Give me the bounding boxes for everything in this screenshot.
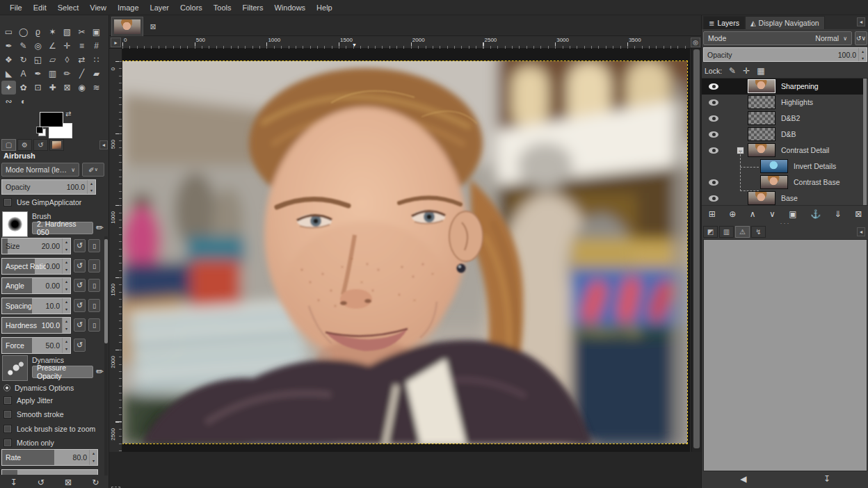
zoom-tool-icon[interactable]: ◎ xyxy=(31,39,45,53)
move-tool-icon[interactable]: ✛ xyxy=(60,39,74,53)
angle-link-to-brush-button[interactable]: ▯ xyxy=(88,279,100,292)
opacity-slider[interactable]: Opacity100.0▴▾ xyxy=(1,179,96,195)
paintbrush-tool-icon[interactable]: ╱ xyxy=(74,67,89,81)
reset-tool-options[interactable]: ↻ xyxy=(88,478,102,487)
hardness-reset-button[interactable]: ↺ xyxy=(74,318,86,332)
tab-display-navigation[interactable]: ◭Display Navigation xyxy=(745,16,825,29)
angle-spin-buttons[interactable]: ▴▾ xyxy=(62,278,70,293)
menu-select[interactable]: Select xyxy=(52,0,85,15)
raise-layer-button[interactable]: ∧ xyxy=(750,209,756,219)
menu-colors[interactable]: Colors xyxy=(175,0,208,15)
layer-row-d-b[interactable]: D&B xyxy=(702,127,863,143)
save-tool-preset[interactable]: ↧ xyxy=(7,478,21,487)
menu-windows[interactable]: Windows xyxy=(268,0,311,15)
layer-row-d-b2[interactable]: D&B2 xyxy=(702,111,863,127)
force-spin-buttons[interactable]: ▴▾ xyxy=(62,338,70,353)
dock-menu-arrow-icon[interactable]: ◂ xyxy=(857,227,865,236)
clear-errors-button[interactable]: ◀ xyxy=(740,474,746,484)
flow-slider-partial[interactable] xyxy=(1,469,98,475)
menu-edit[interactable]: Edit xyxy=(28,0,52,15)
apply-jitter-checkbox[interactable] xyxy=(3,396,12,405)
layer-opacity-spin-buttons[interactable]: ▴▾ xyxy=(858,48,867,61)
size-slider[interactable]: Size20.00▴▾ xyxy=(1,238,71,254)
foreground-select-tool-icon[interactable]: ▣ xyxy=(89,25,104,39)
image-tab[interactable] xyxy=(111,17,143,36)
crop-tool-icon[interactable]: # xyxy=(89,39,104,53)
merge-down-button[interactable]: ⇓ xyxy=(835,209,842,219)
spacing-spin-buttons[interactable]: ▴▾ xyxy=(62,298,70,314)
visibility-eye-icon[interactable] xyxy=(709,147,718,154)
new-layer-button[interactable]: ⊞ xyxy=(709,209,716,219)
opacity-spin-buttons[interactable]: ▴▾ xyxy=(87,180,95,194)
color-picker-tool-icon[interactable]: ✎ xyxy=(16,39,31,53)
visibility-eye-icon[interactable] xyxy=(709,115,718,122)
lock-alpha-icon[interactable]: ▦ xyxy=(757,66,764,76)
menu-tools[interactable]: Tools xyxy=(208,0,237,15)
aspect-ratio-spin-buttons[interactable]: ▴▾ xyxy=(62,259,70,274)
free-select-tool-icon[interactable]: ϱ xyxy=(31,25,45,39)
perspective-tool-icon[interactable]: ◊ xyxy=(60,53,74,67)
aspect-ratio-reset-button[interactable]: ↺ xyxy=(74,259,86,273)
spacing-link-to-brush-button[interactable]: ▯ xyxy=(88,299,100,312)
bucket-fill-tool-icon[interactable]: ◣ xyxy=(1,67,16,81)
use-gimpapplicator-checkbox[interactable] xyxy=(3,198,12,206)
dynamics-name-button[interactable]: Pressure Opacity xyxy=(32,366,93,378)
layer-mode-select[interactable]: Mode Normal ∨ xyxy=(703,31,852,45)
new-group-button[interactable]: ⊕ xyxy=(729,209,736,219)
layer-row-sharpening[interactable]: Sharpening xyxy=(702,79,863,95)
swap-colors-icon[interactable]: ⇄ xyxy=(65,110,71,117)
aspect-ratio-slider[interactable]: Aspect Ratio0.00▴▾ xyxy=(1,258,71,275)
duplicate-layer-button[interactable]: ▣ xyxy=(789,209,796,219)
dynamics-options-expander[interactable] xyxy=(3,384,10,391)
tab-histogram[interactable]: ◩ xyxy=(703,226,718,238)
tab-pointer[interactable]: ↯ xyxy=(751,226,766,238)
size-spin-buttons[interactable]: ▴▾ xyxy=(62,238,70,254)
heal-tool-icon[interactable]: ✚ xyxy=(45,81,60,95)
mode-group-switch-button[interactable]: ↺∨ xyxy=(855,31,867,45)
warp-transform-tool-icon[interactable]: ≋ xyxy=(89,81,104,95)
perspective-clone-tool-icon[interactable]: ⊠ xyxy=(60,81,74,95)
layer-row-contrast-base[interactable]: Contrast Base xyxy=(702,174,863,190)
tab-layers[interactable]: ≣Layers xyxy=(703,16,745,29)
motion-only-checkbox[interactable] xyxy=(3,439,12,447)
zoom-follow-window-button[interactable]: ◎ xyxy=(691,38,700,47)
rectangle-select-tool-icon[interactable]: ▭ xyxy=(1,25,16,39)
tool-options-scrollbar[interactable] xyxy=(104,236,108,475)
brush-name-button[interactable]: 2. Hardness 050 xyxy=(32,222,93,234)
layer-list-scrollbar[interactable] xyxy=(863,79,867,205)
layer-row-contrast-detail[interactable]: −Contrast Detail xyxy=(702,143,863,158)
visibility-eye-icon[interactable] xyxy=(709,131,718,138)
dodge-burn-tool-icon[interactable]: ◐ xyxy=(16,95,31,108)
tab-tool-options[interactable]: ▢ xyxy=(1,139,16,151)
close-tab-icon[interactable]: ⊠ xyxy=(148,22,158,31)
visibility-eye-icon[interactable] xyxy=(709,83,718,90)
menu-filters[interactable]: Filters xyxy=(237,0,269,15)
size-reset-button[interactable]: ↺ xyxy=(74,239,86,252)
delete-tool-preset[interactable]: ⊠ xyxy=(61,478,75,487)
gradient-tool-icon[interactable]: ▥ xyxy=(45,67,60,81)
restore-tool-preset[interactable]: ↺ xyxy=(34,478,48,487)
foreground-color-swatch[interactable] xyxy=(40,112,63,127)
scissors-select-tool-icon[interactable]: ✂ xyxy=(74,25,89,39)
tab-channels[interactable]: ▥ xyxy=(719,226,734,238)
dock-splitter-handle[interactable]: ··· xyxy=(702,221,868,225)
blur-sharpen-tool-icon[interactable]: ◉ xyxy=(74,81,89,95)
ruler-corner-menu-button[interactable]: ▸ xyxy=(111,38,121,47)
angle-reset-button[interactable]: ↺ xyxy=(74,279,86,292)
text-tool-icon[interactable]: A xyxy=(16,67,31,81)
visibility-eye-icon[interactable] xyxy=(709,99,718,106)
clone-tool-icon[interactable]: ⊡ xyxy=(31,81,45,95)
ellipse-select-tool-icon[interactable]: ◯ xyxy=(16,25,31,39)
rotate-tool-icon[interactable]: ↻ xyxy=(16,53,31,67)
smooth-stroke-checkbox[interactable] xyxy=(3,410,12,418)
visibility-eye-icon[interactable] xyxy=(709,195,718,202)
menu-image[interactable]: Image xyxy=(112,0,145,15)
lock-position-icon[interactable]: ✛ xyxy=(743,66,750,76)
menu-file[interactable]: File xyxy=(4,0,28,15)
lock-pixels-icon[interactable]: ✎ xyxy=(729,66,736,76)
menu-help[interactable]: Help xyxy=(311,0,338,15)
brush-preview[interactable] xyxy=(2,211,28,237)
image-viewport[interactable]: engel xyxy=(122,49,690,452)
hardness-slider[interactable]: Hardness100.0▴▾ xyxy=(1,317,71,334)
align-tool-icon[interactable]: ≡ xyxy=(74,39,89,53)
